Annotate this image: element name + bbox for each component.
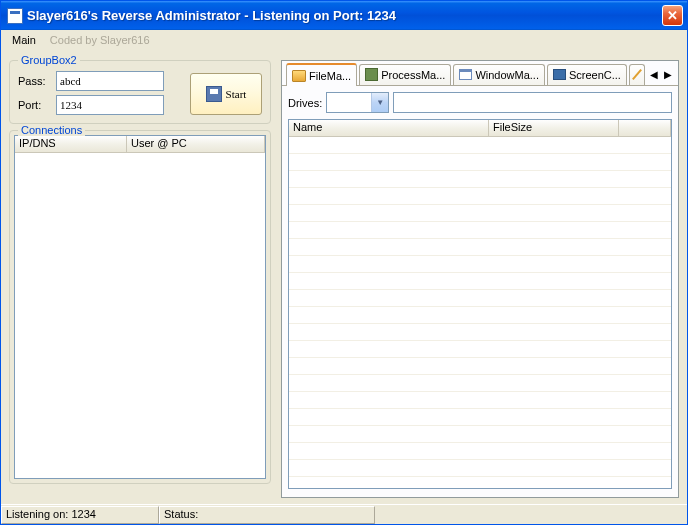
drives-combo[interactable]: ▼	[326, 92, 389, 113]
titlebar[interactable]: Slayer616's Reverse Administrator - List…	[1, 1, 687, 30]
drives-value	[327, 93, 371, 112]
right-pane: FileMa... ProcessMa... WindowMa... Scree…	[281, 60, 679, 498]
tab-process-manager[interactable]: ProcessMa...	[359, 64, 451, 85]
table-row	[289, 392, 671, 409]
port-label: Port:	[18, 99, 56, 111]
status-listening: Listening on: 1234	[1, 506, 159, 524]
tab-scroll-right[interactable]: ▶	[662, 69, 674, 80]
tab-file-label: FileMa...	[309, 70, 351, 82]
monitor-icon	[553, 69, 566, 80]
close-button[interactable]: ✕	[662, 5, 683, 26]
table-row	[289, 341, 671, 358]
col-ip-dns[interactable]: IP/DNS	[15, 136, 127, 152]
connections-header: IP/DNS User @ PC	[15, 136, 265, 153]
file-manager-pane: Drives: ▼ Name FileSize	[282, 85, 678, 497]
pass-label: Pass:	[18, 75, 56, 87]
menu-coded-by[interactable]: Coded by Slayer616	[43, 32, 157, 48]
table-row	[289, 222, 671, 239]
groupbox2: GroupBox2 Pass: Port: Start	[9, 60, 271, 124]
tab-file-manager[interactable]: FileMa...	[286, 63, 357, 86]
tab-screen-capture[interactable]: ScreenC...	[547, 64, 627, 85]
table-row	[289, 256, 671, 273]
tab-window-manager[interactable]: WindowMa...	[453, 64, 545, 85]
folder-icon	[292, 70, 306, 82]
connections-listview[interactable]: IP/DNS User @ PC	[14, 135, 266, 479]
table-row	[289, 205, 671, 222]
file-rows	[289, 137, 671, 488]
table-row	[289, 239, 671, 256]
port-input[interactable]	[56, 95, 164, 115]
pencil-icon	[632, 69, 642, 80]
file-lv-header: Name FileSize	[289, 120, 671, 137]
table-row	[289, 273, 671, 290]
table-row	[289, 307, 671, 324]
chevron-down-icon[interactable]: ▼	[371, 93, 388, 112]
disk-icon	[206, 86, 222, 102]
table-row	[289, 443, 671, 460]
table-row	[289, 188, 671, 205]
table-row	[289, 460, 671, 477]
drives-row: Drives: ▼	[288, 92, 672, 113]
tab-scroll-left[interactable]: ◀	[648, 69, 660, 80]
left-column: GroupBox2 Pass: Port: Start Connections …	[9, 60, 271, 490]
col-extra[interactable]	[619, 120, 671, 136]
tab-window-label: WindowMa...	[475, 69, 539, 81]
col-user-pc[interactable]: User @ PC	[127, 136, 265, 152]
window-title: Slayer616's Reverse Administrator - List…	[27, 8, 662, 23]
table-row	[289, 171, 671, 188]
table-row	[289, 358, 671, 375]
table-row	[289, 375, 671, 392]
tabstrip: FileMa... ProcessMa... WindowMa... Scree…	[282, 61, 678, 85]
tab-scroll-arrows: ◀ ▶	[648, 69, 674, 80]
statusbar: Listening on: 1234 Status:	[1, 504, 687, 524]
start-button[interactable]: Start	[190, 73, 262, 115]
menubar: Main Coded by Slayer616	[1, 30, 687, 50]
table-row	[289, 290, 671, 307]
table-row	[289, 324, 671, 341]
client-area: GroupBox2 Pass: Port: Start Connections …	[1, 50, 687, 504]
col-filesize[interactable]: FileSize	[489, 120, 619, 136]
drives-label: Drives:	[288, 97, 322, 109]
app-icon	[7, 8, 23, 24]
file-listview[interactable]: Name FileSize	[288, 119, 672, 489]
path-input[interactable]	[393, 92, 672, 113]
table-row	[289, 477, 671, 489]
connections-title: Connections	[18, 124, 85, 136]
table-row	[289, 137, 671, 154]
menu-main[interactable]: Main	[5, 32, 43, 48]
start-button-label: Start	[226, 88, 247, 100]
pass-input[interactable]	[56, 71, 164, 91]
process-icon	[365, 68, 378, 81]
table-row	[289, 154, 671, 171]
tab-process-label: ProcessMa...	[381, 69, 445, 81]
status-status: Status:	[159, 506, 375, 524]
groupbox2-title: GroupBox2	[18, 54, 80, 66]
tab-screen-label: ScreenC...	[569, 69, 621, 81]
table-row	[289, 426, 671, 443]
window-icon	[459, 69, 472, 80]
col-name[interactable]: Name	[289, 120, 489, 136]
tab-edit[interactable]	[629, 64, 645, 85]
table-row	[289, 409, 671, 426]
connections-groupbox: Connections IP/DNS User @ PC	[9, 130, 271, 484]
